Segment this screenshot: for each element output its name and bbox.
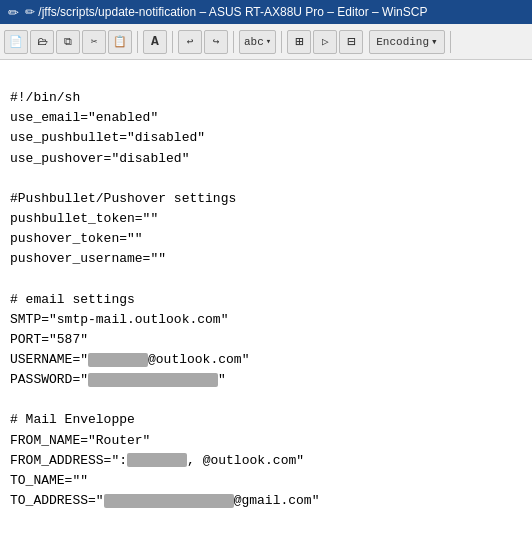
- to-address-redacted: [104, 494, 234, 508]
- encoding-button[interactable]: Encoding ▾: [369, 30, 444, 54]
- app-icon: ✏: [8, 5, 19, 20]
- separator-3: [233, 31, 234, 53]
- find-button[interactable]: A: [143, 30, 167, 54]
- grid-button[interactable]: ⊞: [287, 30, 311, 54]
- redo-button[interactable]: ↪: [204, 30, 228, 54]
- separator-1: [137, 31, 138, 53]
- play-button[interactable]: ▷: [313, 30, 337, 54]
- spellcheck-icon: ▾: [266, 36, 271, 47]
- username-redacted: [88, 353, 148, 367]
- editor-content: #!/bin/sh use_email="enabled" use_pushbu…: [10, 68, 522, 531]
- copy-button[interactable]: ⧉: [56, 30, 80, 54]
- password-redacted: [88, 373, 218, 387]
- paste-button[interactable]: 📋: [108, 30, 132, 54]
- open-button[interactable]: 🗁: [30, 30, 54, 54]
- title-bar-text: ✏ /jffs/scripts/update-notification – AS…: [25, 5, 524, 19]
- separator-4: [281, 31, 282, 53]
- cut-button[interactable]: ✂: [82, 30, 106, 54]
- separator-5: [450, 31, 451, 53]
- title-bar: ✏ ✏ /jffs/scripts/update-notification – …: [0, 0, 532, 24]
- new-button[interactable]: 📄: [4, 30, 28, 54]
- spellcheck-button[interactable]: abc ▾: [239, 30, 276, 54]
- encoding-dropdown-icon: ▾: [431, 35, 438, 48]
- spellcheck-label: abc: [244, 36, 264, 48]
- toolbar: 📄 🗁 ⧉ ✂ 📋 A ↩ ↪ abc ▾ ⊞ ▷ ⊟ Encoding ▾: [0, 24, 532, 60]
- extra-button[interactable]: ⊟: [339, 30, 363, 54]
- line-shebang: #!/bin/sh use_email="enabled" use_pushbu…: [10, 90, 319, 508]
- undo-button[interactable]: ↩: [178, 30, 202, 54]
- separator-2: [172, 31, 173, 53]
- from-address-redacted: [127, 453, 187, 467]
- encoding-label: Encoding: [376, 36, 429, 48]
- editor-area[interactable]: #!/bin/sh use_email="enabled" use_pushbu…: [0, 60, 532, 535]
